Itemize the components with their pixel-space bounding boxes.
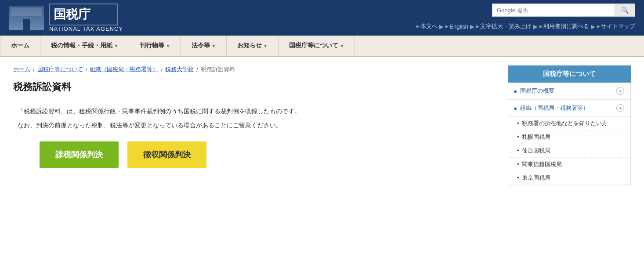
logo-building-image xyxy=(9,6,44,30)
sidebar-link-org[interactable]: 組織（国税局・税務署等） xyxy=(514,104,589,112)
sidebar-link-sapporo[interactable]: 札幌国税局 xyxy=(522,133,550,141)
sidebar-link-location[interactable]: 税務署の所在地などを知りたい方 xyxy=(522,119,608,127)
sidebar-item-overview[interactable]: 国税庁の概要 ＋ xyxy=(508,83,630,100)
search-input[interactable] xyxy=(492,4,615,17)
search-wrapper: 🔍 xyxy=(492,4,635,17)
nav-link-honbun[interactable]: 本文へ xyxy=(416,22,438,30)
expand-icon-org: ＋ xyxy=(616,104,624,112)
buttons-row: 課税関係判決 徴収関係判決 xyxy=(13,141,495,168)
main-content: ホーム / 国税庁等について / 組織（国税局・税務署等） / 税務大学校 / … xyxy=(13,65,495,185)
header-right: 🔍 本文へ ▶ English ▶ 文字拡大・読み上げ ▶ 利用者別に調べる ▶… xyxy=(141,0,644,36)
sidebar-bullet-location: 税務署の所在地などを知りたい方 xyxy=(508,117,630,130)
nav-item-laws[interactable]: 法令等 xyxy=(181,36,227,56)
breadcrumb-about[interactable]: 国税庁等について xyxy=(37,65,83,73)
nav-item-news[interactable]: お知らせ xyxy=(227,36,279,56)
nav-link-english[interactable]: English xyxy=(445,23,468,30)
logo-kanji: 国税庁 xyxy=(49,4,118,25)
header-nav: 本文へ ▶ English ▶ 文字拡大・読み上げ ▶ 利用者別に調べる ▶ サ… xyxy=(416,22,635,32)
breadcrumb-current: 税務訴訟資料 xyxy=(201,65,235,73)
header-logo: 国税庁 NATIONAL TAX AGENCY xyxy=(0,0,141,36)
nav-item-publications[interactable]: 刊行物等 xyxy=(129,36,181,56)
sidebar-section: 国税庁の概要 ＋ 組織（国税局・税務署等） ＋ 税務署の所在地などを知りたい方 … xyxy=(508,83,631,185)
breadcrumb-university[interactable]: 税務大学校 xyxy=(165,65,194,73)
description2: なお、判決の前提となった税制、税法等が変更となっている場合があることにご留意くだ… xyxy=(13,120,495,131)
content-area: ホーム / 国税庁等について / 組織（国税局・税務署等） / 税務大学校 / … xyxy=(0,57,644,194)
sidebar-title: 国税庁等について xyxy=(508,65,631,83)
breadcrumb-home[interactable]: ホーム xyxy=(13,65,30,73)
sidebar-link-overview[interactable]: 国税庁の概要 xyxy=(514,87,554,95)
sidebar-bullet-kanto: 関東信越国税局 xyxy=(508,158,630,171)
nav-item-about[interactable]: 国税庁等について xyxy=(279,36,355,56)
sidebar: 国税庁等について 国税庁の概要 ＋ 組織（国税局・税務署等） ＋ 税務署の所在地… xyxy=(508,65,631,185)
nav-link-user[interactable]: 利用者別に調べる xyxy=(539,22,589,30)
btn-collection[interactable]: 徴収関係判決 xyxy=(127,141,206,168)
nav-item-tax-info[interactable]: 税の情報・手続・用紙 xyxy=(40,36,129,56)
main-nav: ホーム 税の情報・手続・用紙 刊行物等 法令等 お知らせ 国税庁等について xyxy=(0,36,644,57)
nav-link-font[interactable]: 文字拡大・読み上げ xyxy=(476,22,532,30)
divider xyxy=(13,99,495,99)
description1: 「税務訴訟資料」は、租税関係行政・民事事件裁判例のうち国税に関する裁判例を収録し… xyxy=(13,106,495,117)
sidebar-bullet-tokyo: 東京国税局 xyxy=(508,171,630,185)
nav-link-sitemap[interactable]: サイトマップ xyxy=(597,22,635,30)
sidebar-link-sendai[interactable]: 仙台国税局 xyxy=(522,147,550,155)
sidebar-bullet-sendai: 仙台国税局 xyxy=(508,144,630,158)
btn-taxation[interactable]: 課税関係判決 xyxy=(40,141,119,168)
sidebar-bullet-sapporo: 札幌国税局 xyxy=(508,130,630,144)
breadcrumb: ホーム / 国税庁等について / 組織（国税局・税務署等） / 税務大学校 / … xyxy=(13,65,495,73)
expand-icon-overview: ＋ xyxy=(616,87,624,95)
page-title: 税務訴訟資料 xyxy=(13,80,495,94)
breadcrumb-org[interactable]: 組織（国税局・税務署等） xyxy=(90,65,158,73)
sidebar-link-tokyo[interactable]: 東京国税局 xyxy=(522,174,550,182)
header: 国税庁 NATIONAL TAX AGENCY 🔍 本文へ ▶ English … xyxy=(0,0,644,36)
agency-name: NATIONAL TAX AGENCY xyxy=(49,25,123,32)
search-button[interactable]: 🔍 xyxy=(615,4,635,17)
nav-item-home[interactable]: ホーム xyxy=(0,36,40,56)
sidebar-link-kanto[interactable]: 関東信越国税局 xyxy=(522,160,562,168)
sidebar-item-org[interactable]: 組織（国税局・税務署等） ＋ xyxy=(508,100,630,117)
